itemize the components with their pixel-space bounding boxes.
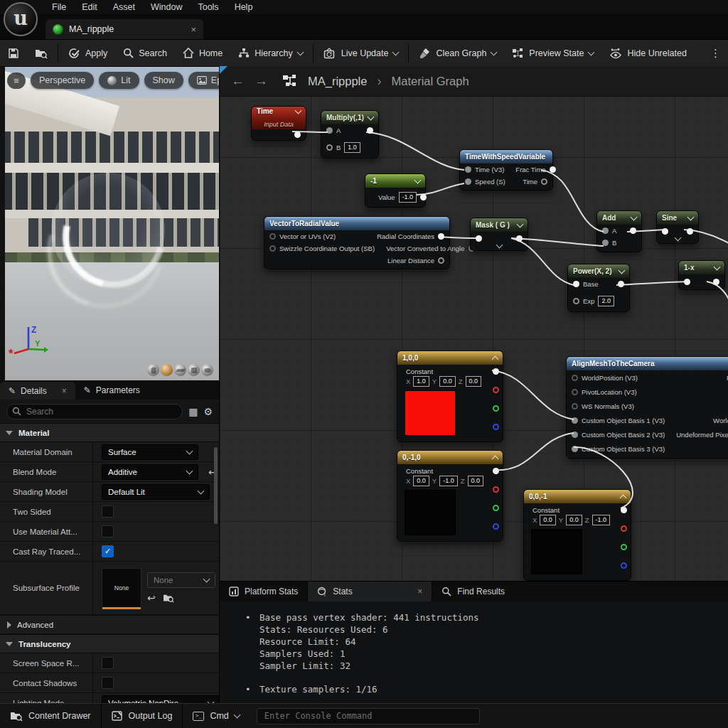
chevron-up-icon[interactable] (492, 355, 499, 363)
output-pin-rgb[interactable] (493, 368, 499, 375)
input-pin[interactable] (572, 417, 578, 424)
input-pin-exp[interactable] (573, 298, 579, 304)
details-scrollbar[interactable] (214, 447, 218, 524)
subsurface-profile-dropdown[interactable]: None (147, 572, 215, 588)
output-pin-b[interactable] (493, 523, 499, 530)
perspective-button[interactable]: Perspective (31, 72, 94, 89)
node-negative-one[interactable]: -1 Value-1.0 (365, 173, 426, 208)
value-box[interactable]: 1.0 (344, 142, 360, 153)
hierarchy-button[interactable]: Hierarchy (230, 40, 311, 66)
content-drawer-button[interactable]: Content Drawer (0, 704, 101, 728)
input-pin-a[interactable] (326, 127, 333, 134)
details-search-input[interactable] (6, 404, 183, 419)
asset-tab[interactable]: MA_rippple × (46, 19, 203, 39)
epic-quality-button[interactable]: Epic H (188, 72, 219, 89)
chevron-down-icon[interactable] (619, 267, 626, 274)
display-filter-icon[interactable]: ▦ (188, 406, 198, 417)
use-material-attributes-checkbox[interactable] (102, 525, 114, 537)
apply-button[interactable]: Apply (60, 40, 115, 66)
details-tab-close-icon[interactable]: × (62, 386, 67, 396)
node-mask-g[interactable]: Mask ( G ) (470, 218, 528, 251)
two-sided-checkbox[interactable] (102, 505, 114, 518)
output-pin[interactable] (516, 235, 523, 242)
input-pin-b[interactable] (602, 240, 609, 246)
chevron-up-icon[interactable] (492, 455, 499, 462)
node-power[interactable]: Power(X, 2) Base Exp2.0 (567, 264, 630, 312)
z-value[interactable]: 0.0 (468, 476, 484, 486)
node-constant-00n1[interactable]: 0,0,-1 Constant X0.0 Y0.0 Z-1.0 (523, 489, 631, 581)
y-value[interactable]: -1.0 (439, 476, 458, 486)
menu-asset[interactable]: Asset (105, 2, 143, 12)
menu-edit[interactable]: Edit (74, 2, 105, 12)
show-menu-button[interactable]: Show (144, 72, 183, 89)
z-value[interactable]: 0.0 (466, 376, 482, 387)
tab-find-results[interactable]: Find Results (432, 582, 514, 601)
browse-to-asset-icon[interactable] (163, 593, 174, 603)
x-value[interactable]: 0.0 (540, 515, 556, 525)
node-time-with-speed-variable[interactable]: TimeWithSpeedVariable Time (V3)Frac Time… (459, 149, 553, 191)
browse-to-asset-button[interactable] (27, 40, 55, 66)
x-value[interactable]: 0.0 (413, 476, 429, 486)
z-value[interactable]: -1.0 (592, 515, 611, 525)
preview-cylinder-button[interactable] (147, 364, 159, 376)
lit-mode-button[interactable]: Lit (99, 72, 139, 89)
output-pin[interactable] (541, 178, 547, 185)
preview-plane-button[interactable] (174, 364, 186, 376)
material-domain-dropdown[interactable]: Surface (102, 444, 198, 460)
shading-model-dropdown[interactable]: Default Lit (102, 484, 210, 500)
output-pin[interactable] (618, 281, 624, 287)
save-button[interactable] (0, 40, 27, 66)
cmd-selector-button[interactable]: >_ Cmd (183, 704, 249, 728)
cast-ray-traced-checkbox[interactable]: ✓ (102, 545, 114, 557)
output-pin[interactable] (420, 194, 427, 200)
node-one-minus[interactable]: 1-x (678, 260, 725, 290)
back-arrow-icon[interactable]: ← (231, 73, 245, 89)
search-button[interactable]: Search (115, 40, 175, 66)
output-pin-r[interactable] (493, 387, 499, 393)
input-pin[interactable] (572, 375, 578, 381)
node-time[interactable]: Time Input Data (251, 106, 306, 141)
node-align-mesh-to-camera[interactable]: AlignMeshToTheCamera WorldPosition (V3)R… (566, 356, 728, 459)
gear-icon[interactable]: ⚙ (203, 406, 213, 417)
menu-window[interactable]: Window (143, 2, 190, 12)
clean-graph-button[interactable]: Clean Graph (411, 40, 504, 66)
contact-shadows-checkbox[interactable] (102, 677, 114, 689)
output-pin[interactable] (630, 228, 636, 234)
output-log-button[interactable]: Output Log (102, 704, 183, 728)
input-pin[interactable] (269, 245, 276, 252)
chevron-down-icon[interactable] (517, 220, 524, 228)
output-pin-rgb[interactable] (493, 468, 499, 474)
output-pin[interactable] (550, 166, 556, 173)
subsurface-profile-thumbnail[interactable]: None (102, 568, 141, 608)
x-value[interactable]: 1.0 (413, 376, 429, 387)
live-update-button[interactable]: Live Update (316, 40, 407, 66)
y-value[interactable]: 0.0 (439, 376, 456, 387)
material-graph-canvas[interactable]: ← → MA_rippple › Material Graph (220, 66, 728, 581)
output-pin[interactable] (438, 257, 444, 264)
node-constant-100[interactable]: 1,0,0 Constant X1.0 Y0.0 Z0.0 (397, 350, 503, 442)
viewport-menu-button[interactable]: ≡ (7, 73, 26, 89)
section-translucency[interactable]: Translucency (0, 634, 219, 653)
breadcrumb-asset[interactable]: MA_rippple (308, 75, 367, 88)
preview-state-button[interactable]: Preview State (504, 40, 601, 66)
input-pin-base[interactable] (573, 281, 579, 287)
hide-unrelated-button[interactable]: Hide Unrelated (601, 40, 694, 66)
input-pin[interactable] (572, 432, 578, 438)
tab-close-icon[interactable]: × (191, 24, 196, 35)
value-box[interactable]: 2.0 (598, 296, 614, 306)
preview-cube-button[interactable] (188, 364, 200, 376)
input-pin[interactable] (465, 166, 471, 173)
output-pin[interactable] (367, 127, 373, 134)
chevron-down-icon[interactable] (631, 213, 638, 220)
input-pin-a[interactable] (602, 228, 609, 234)
input-pin[interactable] (465, 178, 471, 185)
output-pin-g[interactable] (493, 505, 499, 511)
toolbar-overflow-menu[interactable]: ⋮ (703, 47, 728, 60)
chevron-up-icon[interactable] (620, 494, 627, 501)
chevron-down-icon[interactable] (414, 176, 422, 183)
chevron-down-icon[interactable] (368, 113, 375, 120)
output-pin[interactable] (713, 279, 719, 285)
node-vector-to-radial-value[interactable]: VectorToRadialValue Vector or UVs (V2)Ra… (264, 216, 450, 269)
console-command-input[interactable] (257, 708, 480, 724)
stats-tab-close-icon[interactable]: × (417, 587, 422, 596)
